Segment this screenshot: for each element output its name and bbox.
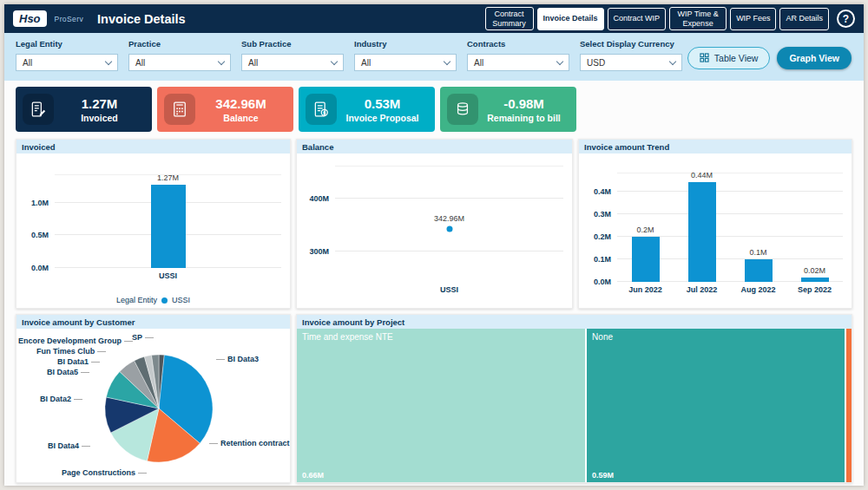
bar-jun-2022[interactable] [632, 237, 660, 282]
plot-area: 1.0M0.5M0.0M1.27M [55, 174, 281, 268]
filter-dropdown-industry[interactable]: All [354, 54, 457, 71]
filter-label: Select Display Currency [580, 39, 682, 49]
x-axis: USSI [55, 271, 281, 282]
tile-value: 0.66M [302, 471, 324, 480]
filter-label: Practice [128, 39, 231, 49]
pie-chart [100, 350, 218, 467]
bar-value-label: 0.2M [636, 225, 654, 234]
x-category-label: Aug 2022 [740, 285, 775, 294]
kpi-label: Invoiced [54, 113, 145, 123]
kpi-row: 1.27MInvoiced342.96MBalance$0.53MInvoice… [16, 87, 576, 132]
x-axis: USSI [335, 285, 563, 296]
x-category-label: Jul 2022 [687, 285, 718, 294]
filter-value: All [361, 58, 371, 68]
pie-label-retention-contract: Retention contract [209, 439, 290, 448]
y-tick-label: 0.4M [594, 187, 611, 196]
table-view-button[interactable]: Table View [687, 47, 771, 69]
x-category-label: USSI [440, 285, 458, 294]
treemap-tile-small[interactable] [846, 329, 852, 482]
kpi-card-invoice-proposal[interactable]: $0.53MInvoice Proposal [299, 87, 435, 132]
kpi-card-invoiced[interactable]: 1.27MInvoiced [16, 87, 152, 132]
bar-ussi[interactable] [151, 185, 186, 268]
help-button[interactable]: ? [837, 10, 855, 28]
panel-title-trend: Invoice amount Trend [579, 140, 852, 154]
x-category-label: USSI [159, 271, 177, 280]
filter-value: All [248, 58, 258, 68]
nav-wip-time-expense[interactable]: WIP Time & Expense [669, 7, 727, 31]
graph-view-label: Graph View [789, 53, 839, 63]
tile-label: Time and expense NTE [302, 332, 393, 342]
filter-value: All [135, 58, 145, 68]
chevron-down-icon [218, 57, 225, 64]
pie-label-bi-data2: BI Data2 [40, 395, 82, 403]
y-tick-label: 0.0M [594, 278, 611, 286]
chevron-down-icon [331, 57, 338, 64]
kpi-label: Balance [195, 113, 286, 123]
pie-label-fun-times-club: Fun Times Club [36, 347, 106, 356]
filter-dropdown-legal-entity[interactable]: All [16, 54, 118, 71]
pie-label-encore-development-group: Encore Development Group [18, 336, 133, 345]
kpi-card-balance[interactable]: 342.96MBalance [157, 87, 293, 132]
graph-view-button[interactable]: Graph View [777, 47, 852, 69]
x-category-label: Jun 2022 [628, 285, 662, 294]
y-tick-label: 0.2M [594, 232, 611, 241]
filter-label: Industry [354, 39, 457, 49]
panel-body-by-project: Time and expense NTE0.66MNone0.59M [297, 329, 852, 482]
pie-label-bi-data3: BI Data3 [216, 355, 259, 363]
kpi-label: Remaining to bill [478, 113, 569, 123]
filter-dropdown-select-display-currency[interactable]: USD [580, 54, 682, 71]
gridline [617, 191, 843, 192]
top-bar: Hso ProServ Invoice Details Contract Sum… [4, 4, 864, 33]
filter-dropdown-contracts[interactable]: All [467, 54, 569, 71]
panel-title-invoiced: Invoiced [16, 140, 290, 154]
bar-sep-2022[interactable] [801, 278, 829, 282]
bar-aug-2022[interactable] [745, 259, 773, 282]
plot-area: 400M300M342.96M [335, 166, 563, 278]
chevron-down-icon [444, 57, 450, 64]
balance-icon [164, 94, 195, 125]
nav-invoice-details[interactable]: Invoice Details [537, 8, 604, 30]
filter-bar: Legal EntityAllPracticeAllSub PracticeAl… [4, 33, 864, 81]
filter-select-display-currency: Select Display CurrencyUSD [580, 39, 682, 71]
y-tick-label: 0.5M [31, 231, 49, 239]
treemap-tile-time-and-expense-nte[interactable]: Time and expense NTE0.66M [297, 329, 585, 482]
bar-jul-2022[interactable] [688, 182, 716, 282]
svg-text:$: $ [323, 110, 326, 115]
filter-value: USD [587, 58, 605, 68]
filter-industry: IndustryAll [354, 39, 457, 71]
treemap-tile-none[interactable]: None0.59M [587, 329, 845, 482]
table-view-label: Table View [714, 53, 759, 63]
filter-sub-practice: Sub PracticeAll [241, 39, 344, 71]
pie-label-bi-data5: BI Data5 [47, 368, 89, 376]
pie-label-page-constructions: Page Constructions [62, 468, 147, 477]
panel-title-by-project: Invoice amount by Project [297, 315, 852, 329]
legend: Legal EntityUSSI [16, 296, 290, 304]
panel-invoice-amount-trend: Invoice amount Trend 0.4M0.3M0.2M0.1M0.0… [578, 139, 852, 309]
panel-balance: Balance 400M300M342.96MUSSI [296, 139, 573, 309]
panel-body-invoiced: 1.0M0.5M0.0M1.27MUSSILegal EntityUSSI [16, 154, 290, 308]
kpi-card-remaining-to-bill[interactable]: -0.98MRemaining to bill [440, 87, 576, 132]
chevron-down-icon [556, 57, 563, 64]
chevron-down-icon [105, 57, 112, 64]
kpi-value: 0.53M [337, 96, 428, 111]
y-tick-label: 0.1M [594, 255, 611, 264]
filter-dropdown-sub-practice[interactable]: All [241, 54, 344, 71]
nav-contract-summary[interactable]: Contract Summary [485, 7, 534, 31]
page-title: Invoice Details [97, 12, 186, 26]
data-point-ussi[interactable] [446, 225, 452, 232]
nav-contract-wip[interactable]: Contract WIP [608, 8, 667, 30]
invoice-icon [23, 94, 54, 125]
panel-body-balance: 400M300M342.96MUSSI [297, 154, 572, 308]
filter-dropdown-practice[interactable]: All [128, 54, 231, 71]
kpi-value: 1.27M [54, 96, 145, 111]
filter-label: Legal Entity [16, 39, 118, 49]
bar-value-label: 0.44M [691, 171, 713, 180]
filter-value: All [474, 58, 483, 68]
nav-ar-details[interactable]: AR Details [779, 8, 829, 30]
y-tick-label: 300M [309, 247, 329, 256]
panel-invoice-amount-by-project: Invoice amount by Project Time and expen… [296, 314, 852, 483]
nav-wip-fees[interactable]: WIP Fees [730, 8, 776, 30]
x-axis: Jun 2022Jul 2022Aug 2022Sep 2022 [617, 285, 843, 296]
x-category-label: Sep 2022 [798, 285, 832, 294]
panel-body-trend: 0.4M0.3M0.2M0.1M0.0M0.2M0.44M0.1M0.02MJu… [579, 154, 852, 308]
